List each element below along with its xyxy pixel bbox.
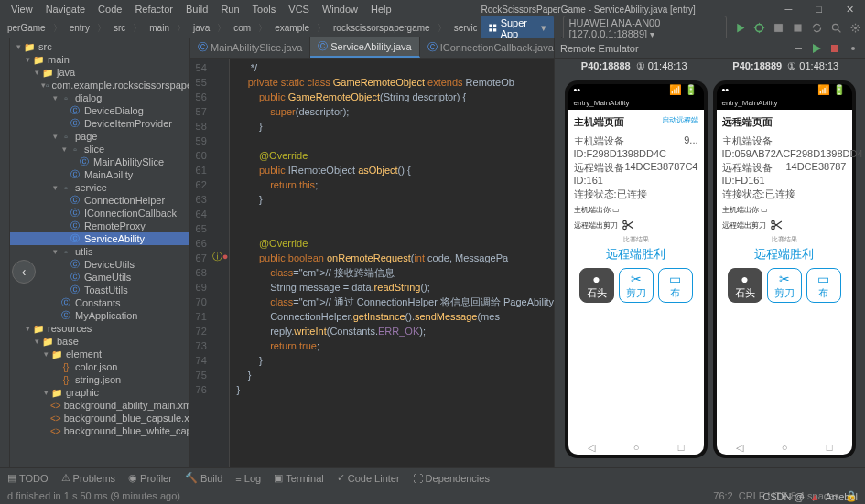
tree-item[interactable]: ⒸRemoteProxy (10, 220, 189, 232)
emulator-status: P40:18888 ① 01:48:13 P40:18889 ① 01:48:1… (555, 59, 865, 75)
tool-log[interactable]: ≡ Log (235, 473, 261, 484)
tree-item[interactable]: ▾📁element (10, 348, 189, 360)
left-gutter (0, 38, 10, 486)
game-button[interactable]: ●石头 (728, 268, 762, 303)
tree-item[interactable]: ⒸDeviceDialog (10, 104, 189, 117)
close-icon[interactable]: ✕ (840, 2, 860, 17)
tree-item[interactable]: ⒸMyApplication (10, 309, 189, 322)
tree-item[interactable]: ▾📁resources (10, 322, 189, 335)
search-icon[interactable] (830, 22, 842, 34)
tree-item[interactable]: ⒸDeviceUtils (10, 258, 189, 271)
svg-rect-5 (831, 45, 838, 52)
tree-item[interactable]: ▾▫page (10, 130, 189, 143)
menu-code[interactable]: Code (92, 2, 127, 16)
tree-item[interactable]: ▾▫dialog (10, 91, 189, 104)
debug-icon[interactable] (753, 22, 765, 34)
menu-navigate[interactable]: Navigate (40, 2, 91, 16)
icon-gutter: ⓘ ● (212, 59, 230, 486)
tool-codelinter[interactable]: ✓ Code Linter (337, 472, 400, 484)
tree-item[interactable]: ⒸToastUtils (10, 284, 189, 296)
editor-tab[interactable]: ⒸServiceAbility.java (310, 37, 419, 58)
breadcrumb-item[interactable]: perGame (4, 22, 49, 34)
tree-item[interactable]: ▾📁graphic (10, 386, 189, 399)
tree-item[interactable]: ⒸDeviceItemProvider (10, 117, 189, 130)
game-button[interactable]: ✂剪刀 (619, 268, 654, 303)
tool-window-bar: ▤ TODO ⚠ Problems ◉ Profiler 🔨 Build ≡ L… (0, 467, 865, 488)
tree-item[interactable]: ▾📁src (10, 40, 189, 53)
window-title: RockScissorsPaperGame - ServiceAbility.j… (399, 3, 778, 16)
menu-build[interactable]: Build (180, 2, 213, 16)
tool-problems[interactable]: ⚠ Problems (61, 472, 115, 484)
emulator-minimize-icon[interactable] (792, 42, 805, 55)
tool-todo[interactable]: ▤ TODO (7, 472, 49, 484)
game-button[interactable]: ▭布 (806, 268, 841, 303)
cursor-position[interactable]: 76:2 (713, 490, 732, 501)
svg-point-3 (854, 27, 857, 29)
menu-run[interactable]: Run (215, 2, 244, 16)
tree-item[interactable]: ⒸMainAbility (10, 168, 189, 181)
tool-dependencies[interactable]: ⛶ Dependencies (413, 473, 490, 484)
breadcrumb-item[interactable]: service (450, 22, 477, 34)
menu-window[interactable]: Window (317, 2, 363, 16)
settings-icon[interactable] (849, 22, 861, 34)
breadcrumb-item[interactable]: main (146, 22, 173, 34)
emulator-run-icon[interactable] (810, 42, 823, 55)
breadcrumb-item[interactable]: com (230, 22, 254, 34)
sync-icon[interactable] (811, 22, 823, 34)
tool-profiler[interactable]: ◉ Profiler (128, 472, 172, 484)
line-gutter: 5455565758596061626364656667686970717273… (190, 59, 212, 486)
tree-item[interactable]: ⒸMainAbilitySlice (10, 155, 189, 168)
breadcrumb-item[interactable]: rockscissorspapergame (330, 22, 434, 34)
phone-emulator[interactable]: ••📶 🔋 entry_MainAbility 主机端页面启动远程端 主机端设备… (565, 80, 708, 458)
minimize-icon[interactable]: ─ (780, 2, 798, 17)
tree-item[interactable]: ▾▫utlis (10, 245, 189, 258)
svg-rect-4 (795, 48, 802, 49)
tree-item[interactable]: <>background_ability_main.xml (10, 399, 189, 412)
tree-item[interactable]: {}color.json (10, 360, 189, 373)
tree-item[interactable]: ⒸServiceAbility (10, 232, 189, 245)
breadcrumb-item[interactable]: java (189, 22, 213, 34)
tree-item[interactable]: ▾📁java (10, 66, 189, 79)
stop-icon[interactable] (792, 22, 804, 34)
tree-item[interactable]: <>background_blue_white_capsu... (10, 424, 189, 437)
menu-help[interactable]: Help (365, 2, 397, 16)
tree-item[interactable]: ▾▫service (10, 181, 189, 194)
tree-item[interactable]: ▾▫slice (10, 143, 189, 155)
menu-tools[interactable]: Tools (247, 2, 282, 16)
tree-item[interactable]: ⒸGameUtils (10, 271, 189, 284)
phone-emulator[interactable]: ••📶 🔋 entry_MainAbility 远程端页面 主机端设备 ID:0… (713, 80, 856, 458)
attach-icon[interactable] (773, 22, 784, 34)
menu-refactor[interactable]: Refactor (129, 2, 178, 16)
maximize-icon[interactable]: □ (810, 2, 827, 17)
tool-terminal[interactable]: ▣ Terminal (274, 472, 324, 484)
back-button[interactable]: ‹ (12, 260, 36, 284)
tree-item[interactable]: ▾▫com.example.rockscissorspaperg... (10, 79, 189, 91)
editor-tab[interactable]: ⒸIConnectionCallback.java (420, 37, 562, 58)
run-icon[interactable] (734, 22, 746, 34)
tree-item[interactable]: ▾📁base (10, 335, 189, 348)
tree-item[interactable]: ⒸIConnectionCallback (10, 207, 189, 220)
breadcrumb-item[interactable]: entry (66, 22, 93, 34)
svg-point-6 (851, 47, 855, 50)
emulator-stop-icon[interactable] (828, 42, 841, 55)
tree-item[interactable]: {}string.json (10, 373, 189, 386)
editor-tab[interactable]: ⒸMainAbilitySlice.java (190, 37, 310, 58)
svg-point-0 (755, 24, 762, 31)
code-editor[interactable]: 5455565758596061626364656667686970717273… (190, 59, 554, 486)
tree-item[interactable]: ▾📁main (10, 53, 189, 66)
editor-tabs: ⒸMainAbilitySlice.javaⒸServiceAbility.ja… (190, 38, 554, 59)
device-selector[interactable]: HUAWEI ANA-AN00 [127.0.0.1:18889] ▾ (563, 16, 728, 41)
game-button[interactable]: ✂剪刀 (767, 268, 802, 303)
tree-item[interactable]: ⒸConnectionHelper (10, 194, 189, 207)
tree-item[interactable]: <>background_blue_capsule.xml (10, 412, 189, 424)
breadcrumb-item[interactable]: src (110, 22, 129, 34)
emulator-settings-icon[interactable] (847, 42, 860, 55)
menu-vcs[interactable]: VCS (283, 2, 315, 16)
tool-build[interactable]: 🔨 Build (185, 472, 222, 484)
breadcrumb-item[interactable]: example (271, 22, 313, 34)
game-button[interactable]: ▭布 (658, 268, 693, 303)
menu-view[interactable]: View (5, 2, 38, 16)
tree-item[interactable]: ⒸConstants (10, 296, 189, 309)
game-button[interactable]: ●石头 (579, 268, 614, 303)
project-tree[interactable]: ‹ ▾📁src▾📁main▾📁java▾▫com.example.rocksci… (10, 38, 190, 486)
